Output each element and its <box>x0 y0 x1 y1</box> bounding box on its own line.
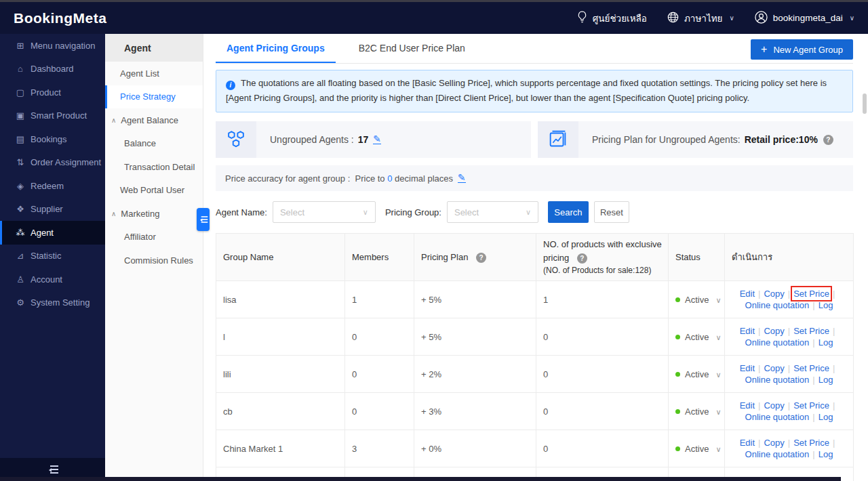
sidebar-item-product[interactable]: ▢Product <box>0 81 105 104</box>
action-set-price[interactable]: Set Price <box>793 326 829 336</box>
cell-status[interactable]: Active∨ <box>669 393 725 430</box>
smart-product-icon: ▣ <box>15 110 26 121</box>
action-online-quotation[interactable]: Online quotation <box>745 449 810 459</box>
actions-line: Edit|Copy|Set Price| <box>728 288 850 299</box>
action-set-price[interactable]: Set Price <box>793 438 829 448</box>
edit-pencil-icon[interactable]: ✎ <box>458 173 466 183</box>
status-label: Active <box>685 369 709 379</box>
subnav-collapse-button[interactable] <box>197 208 210 231</box>
sidebar-item-order-assignment[interactable]: ⇅Order Assignment <box>0 151 105 175</box>
action-edit[interactable]: Edit <box>740 363 755 373</box>
app-logo: BookingMeta <box>14 10 106 26</box>
actions-line: Online quotation|Log <box>728 448 850 460</box>
cell-exclusive-count: 0 <box>536 318 669 356</box>
vertical-scrollbar-thumb[interactable] <box>863 93 867 114</box>
actions-line: Edit|Copy|Set Price| <box>728 400 850 411</box>
subnav-item-web-portal-user[interactable]: Web Portal User <box>105 179 203 203</box>
separator: | <box>788 326 790 336</box>
sidebar-item-account[interactable]: ♙Account <box>0 268 105 291</box>
question-icon[interactable]: ? <box>476 253 486 263</box>
user-avatar-icon <box>755 11 768 26</box>
pricing-group-select[interactable]: Select ∨ <box>447 201 538 223</box>
action-online-quotation[interactable]: Online quotation <box>745 300 810 310</box>
sidebar-item-label: Order Assignment <box>31 157 101 167</box>
search-button[interactable]: Search <box>548 201 589 223</box>
col-group-name: Group Name <box>216 234 345 281</box>
sidebar-item-statistic[interactable]: ⊿Statistic <box>0 245 105 268</box>
subnav-item-label: Agent List <box>120 68 159 79</box>
action-online-quotation[interactable]: Online quotation <box>745 412 810 422</box>
subnav-item-balance[interactable]: Balance <box>105 132 203 156</box>
bookings-icon: ▤ <box>15 134 26 144</box>
tab-b2c-end-user-price-plan[interactable]: B2C End User Price Plan <box>348 34 476 63</box>
new-agent-group-button[interactable]: + New Agent Group <box>751 39 853 60</box>
sidebar-item-smart-product[interactable]: ▣Smart Product <box>0 104 105 128</box>
question-icon[interactable]: ? <box>823 135 833 145</box>
sidebar-item-menu-navigation[interactable]: ⊞Menu navigation <box>0 34 105 58</box>
sidebar-item-bookings[interactable]: ▤Bookings <box>0 127 105 151</box>
action-copy[interactable]: Copy <box>764 438 784 448</box>
action-online-quotation[interactable]: Online quotation <box>745 375 810 385</box>
ungrouped-agents-card: Ungrouped Agents : 17 ✎ <box>216 121 531 158</box>
action-edit[interactable]: Edit <box>740 400 755 411</box>
action-edit[interactable]: Edit <box>740 326 755 336</box>
table-row: l0+ 5%0Active∨Edit|Copy|Set Price|Online… <box>216 318 854 356</box>
info-banner: iThe quotations are all floating based o… <box>216 70 853 112</box>
action-copy[interactable]: Copy <box>764 400 784 411</box>
action-log[interactable]: Log <box>818 300 833 310</box>
horizontal-scrollbar[interactable] <box>0 477 841 481</box>
gear-icon: ⚙ <box>15 297 26 308</box>
subnav-item-transaction-detail[interactable]: Transaction Detail <box>105 155 203 179</box>
subnav-item-commision-rules[interactable]: Commision Rules <box>105 249 203 272</box>
cell-status[interactable]: Active∨ <box>669 430 725 467</box>
cell-status[interactable]: Active∨ <box>669 356 725 393</box>
tab-agent-pricing-groups[interactable]: Agent Pricing Groups <box>216 34 336 63</box>
sidebar-item-supplier[interactable]: ❖Supplier <box>0 198 105 222</box>
new-agent-group-label: New Agent Group <box>773 45 843 55</box>
action-log[interactable]: Log <box>818 337 833 348</box>
separator: | <box>812 337 814 348</box>
action-set-price[interactable]: Set Price <box>793 289 829 299</box>
topbar-menu: ศูนย์ช่วยเหลือ ภาษาไทย ∨ bookingmeta_dai… <box>577 11 854 26</box>
sidebar-item-label: Dashboard <box>31 64 74 74</box>
action-online-quotation[interactable]: Online quotation <box>745 337 810 348</box>
subnav-item-affiliator[interactable]: Affiliator <box>105 226 203 249</box>
agent-name-select[interactable]: Select ∨ <box>273 201 376 223</box>
subnav-item-agent-balance[interactable]: ∧Agent Balance <box>105 108 203 132</box>
subnav-item-price-strategy[interactable]: Price Strategy <box>105 85 203 109</box>
sidebar-item-label: System Setting <box>31 297 90 308</box>
cell-status[interactable]: Active∨ <box>669 318 725 356</box>
status-dot-icon <box>675 335 680 339</box>
subnav-item-agent-list[interactable]: Agent List <box>105 62 203 85</box>
language-menu[interactable]: ภาษาไทย ∨ <box>667 11 734 26</box>
action-set-price[interactable]: Set Price <box>793 363 829 373</box>
user-account-menu[interactable]: bookingmeta_dai ∨ <box>755 11 854 26</box>
subnav-item-label: Price Strategy <box>120 91 176 102</box>
action-copy[interactable]: Copy <box>764 289 784 299</box>
action-log[interactable]: Log <box>818 449 833 459</box>
separator: | <box>812 449 814 459</box>
cell-status[interactable]: Active∨ <box>669 281 725 318</box>
sidebar-item-redeem[interactable]: ◈Redeem <box>0 174 105 198</box>
action-log[interactable]: Log <box>818 375 833 385</box>
sidebar-item-system-setting[interactable]: ⚙System Setting <box>0 291 105 315</box>
reset-button[interactable]: Reset <box>594 201 629 223</box>
action-edit[interactable]: Edit <box>740 438 755 448</box>
chevron-down-icon: ∨ <box>730 14 734 22</box>
separator: | <box>833 289 835 299</box>
sidebar-item-dashboard[interactable]: ⌂Dashboard <box>0 58 105 81</box>
action-edit[interactable]: Edit <box>740 289 755 299</box>
action-copy[interactable]: Copy <box>764 326 784 336</box>
separator: | <box>812 300 814 310</box>
subnav-item-marketing[interactable]: ∧Marketing <box>105 202 203 226</box>
sidebar-item-agent[interactable]: ⁂Agent <box>0 221 105 245</box>
cell-group-name: China Market 1 <box>216 430 345 467</box>
status-dot-icon <box>675 446 680 451</box>
action-copy[interactable]: Copy <box>764 363 784 373</box>
edit-pencil-icon[interactable]: ✎ <box>373 135 381 144</box>
question-icon[interactable]: ? <box>577 253 587 264</box>
action-set-price[interactable]: Set Price <box>793 400 829 411</box>
action-log[interactable]: Log <box>818 412 833 422</box>
help-center-menu[interactable]: ศูนย์ช่วยเหลือ <box>577 11 647 26</box>
cell-members: 3 <box>345 430 414 467</box>
